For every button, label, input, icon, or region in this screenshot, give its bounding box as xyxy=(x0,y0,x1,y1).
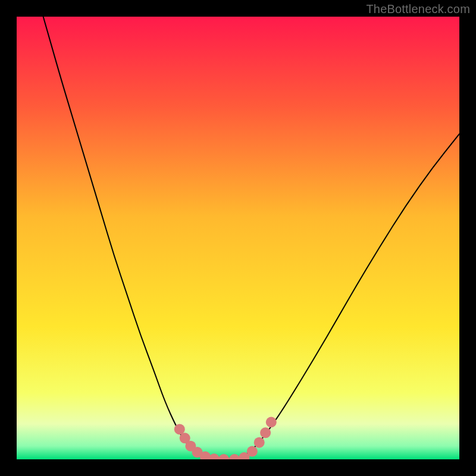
marker-dot xyxy=(247,446,258,457)
chart-svg xyxy=(17,17,459,459)
gradient-background xyxy=(17,17,459,459)
chart-frame: TheBottleneck.com xyxy=(0,0,476,476)
marker-dot xyxy=(260,427,271,438)
watermark-text: TheBottleneck.com xyxy=(366,2,470,16)
plot-area xyxy=(17,17,459,459)
marker-dot xyxy=(266,417,277,428)
marker-dot xyxy=(254,437,265,448)
